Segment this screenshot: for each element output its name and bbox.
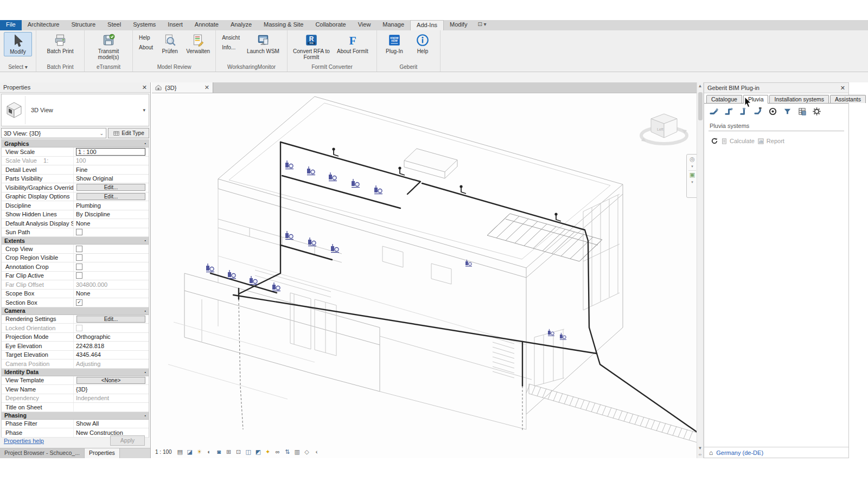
ribbon-tab-insert[interactable]: Insert: [162, 20, 189, 30]
ribbon-button-ansicht[interactable]: Ansicht: [222, 35, 240, 41]
chevron-down-icon[interactable]: ▾: [691, 163, 693, 169]
value-text[interactable]: Independent: [76, 395, 109, 401]
properties-help-link[interactable]: Properties help: [4, 438, 44, 444]
type-selector[interactable]: 3D View ▾: [1, 94, 149, 126]
section-header-phasing[interactable]: Phasing▪: [2, 412, 149, 420]
worksharing-display-icon[interactable]: ⇅: [284, 448, 291, 455]
apply-button[interactable]: Apply: [110, 435, 145, 446]
pipe-settings-icon[interactable]: [812, 107, 821, 116]
ribbon-button-pr-fen[interactable]: Prüfen: [156, 32, 183, 55]
section-collapse-icon[interactable]: ▪: [145, 414, 146, 418]
locale-link[interactable]: Germany (de-DE): [716, 450, 763, 456]
value-text[interactable]: Orthographic: [76, 333, 111, 340]
calculate-button[interactable]: Calculate: [721, 138, 755, 145]
sun-path-icon[interactable]: ☀: [196, 448, 203, 455]
ribbon-tab-file[interactable]: File: [0, 20, 22, 30]
checkbox-crop-view[interactable]: [76, 246, 82, 252]
viewcube[interactable]: Left: [639, 106, 689, 154]
edit-button[interactable]: Edit...: [76, 193, 145, 200]
value-text[interactable]: 4345.464: [76, 351, 101, 358]
roof-drain-icon[interactable]: [768, 107, 777, 116]
pipe-bend-45-icon[interactable]: [710, 107, 719, 116]
ribbon-tab-massing-site[interactable]: Massing & Site: [258, 20, 309, 30]
ribbon-display-toggle-icon[interactable]: ⊡ ▾: [473, 20, 490, 30]
ribbon-tab-manage[interactable]: Manage: [376, 20, 410, 30]
checkbox-far-clip-active[interactable]: [76, 272, 82, 279]
chevron-down-icon[interactable]: ▾: [691, 179, 693, 185]
refresh-icon[interactable]: [711, 137, 718, 145]
ribbon-button-launch-wsm[interactable]: Launch WSM: [243, 32, 283, 55]
ribbon-button-info[interactable]: Info...: [222, 44, 240, 50]
close-icon[interactable]: ✕: [840, 85, 845, 92]
value-text[interactable]: 304800.000: [76, 281, 107, 288]
zoom-tool-icon[interactable]: ▣: [690, 172, 695, 178]
close-icon[interactable]: ✕: [205, 84, 209, 91]
edit-type-button[interactable]: Edit Type: [108, 128, 149, 138]
value-text[interactable]: 100: [76, 157, 86, 164]
edit-button[interactable]: <None>: [76, 377, 145, 384]
edit-button[interactable]: Edit...: [76, 316, 145, 323]
view-scale-label[interactable]: 1 : 100: [155, 449, 172, 455]
drawing-area[interactable]: {3D} ✕: [152, 82, 697, 458]
ribbon-button-about-formit[interactable]: FAbout FormIt: [333, 32, 373, 55]
pipe-branch-icon[interactable]: [739, 107, 748, 116]
scroll-corner-icon[interactable]: ‹›: [697, 452, 703, 457]
section-header-identity-data[interactable]: Identity Data▪: [2, 369, 149, 376]
crop-region-icon[interactable]: ⊡: [235, 448, 242, 455]
checkbox-sun-path[interactable]: [76, 229, 82, 235]
tab-scroll-left-icon[interactable]: ‹: [313, 448, 321, 455]
visual-style-icon[interactable]: ◪: [186, 448, 194, 455]
value-text[interactable]: {3D}: [76, 386, 87, 393]
crop-view-icon[interactable]: ⊞: [225, 448, 233, 455]
funnel-outlet-icon[interactable]: [783, 107, 792, 116]
ribbon-tab-architecture[interactable]: Architecture: [22, 20, 66, 30]
canvas-scrollbar[interactable]: ▲ ▼ ‹›: [697, 82, 704, 458]
close-icon[interactable]: ✕: [142, 84, 147, 91]
section-collapse-icon[interactable]: ▪: [145, 142, 146, 145]
checkbox-section-box[interactable]: ✓: [76, 299, 82, 306]
ribbon-button-help[interactable]: Help: [139, 35, 153, 41]
ribbon-button-transmit-model-s[interactable]: Transmit model(s): [88, 32, 129, 61]
scrollbar-thumb[interactable]: [698, 92, 703, 120]
report-button[interactable]: Report: [757, 138, 784, 145]
value-text[interactable]: Plumbing: [76, 202, 101, 209]
section-header-camera[interactable]: Camera▪: [2, 307, 149, 315]
ribbon-tab-modify[interactable]: Modify: [444, 20, 473, 30]
value-text[interactable]: Show All: [76, 420, 99, 427]
ribbon-tab-steel[interactable]: Steel: [101, 20, 127, 30]
steering-wheel-icon[interactable]: ◎: [690, 156, 695, 162]
chevron-down-icon[interactable]: ▾: [143, 107, 149, 113]
ribbon-button-about[interactable]: About: [139, 44, 153, 50]
value-text[interactable]: None: [76, 290, 90, 297]
ribbon-button-batch-print[interactable]: Batch Print: [40, 32, 80, 55]
value-input[interactable]: 1 : 100: [76, 148, 145, 156]
rendering-dialog-icon[interactable]: ◙: [215, 448, 223, 455]
hide-isolate-icon[interactable]: ◩: [254, 448, 262, 455]
ribbon-tab-view[interactable]: View: [352, 20, 377, 30]
pipe-crossing-icon[interactable]: [754, 107, 763, 116]
value-text[interactable]: 22428.818: [76, 343, 104, 349]
ribbon-tab-annotate[interactable]: Annotate: [189, 20, 225, 30]
section-collapse-icon[interactable]: ▪: [145, 309, 146, 313]
checkbox-annotation-crop[interactable]: [76, 264, 82, 270]
ribbon-tab-systems[interactable]: Systems: [127, 20, 162, 30]
ribbon-tab-collaborate[interactable]: Collaborate: [309, 20, 352, 30]
section-collapse-icon[interactable]: ▪: [145, 239, 146, 242]
shadows-icon[interactable]: ◐: [206, 448, 213, 455]
ribbon-tab-structure[interactable]: Structure: [65, 20, 101, 30]
lock-view-icon[interactable]: ◫: [245, 448, 252, 455]
view-select-dropdown[interactable]: 3D View: {3D} ⌄: [1, 128, 106, 138]
geberit-tab-catalogue[interactable]: Catalogue: [706, 95, 742, 103]
section-header-graphics[interactable]: Graphics▪: [2, 140, 149, 147]
reveal-hidden-icon[interactable]: ✦: [264, 448, 272, 455]
value-text[interactable]: New Construction: [76, 429, 123, 436]
panel-tab-project-browser-schueco[interactable]: Project Browser - Schueco_...: [0, 448, 85, 458]
checkbox-crop-region-visible[interactable]: [76, 254, 82, 261]
ribbon-button-help[interactable]: Help: [409, 32, 436, 55]
ribbon-button-convert-rfa-to-formit[interactable]: RRFAConvert RFA to FormIt: [291, 32, 331, 61]
section-header-extents[interactable]: Extents▪: [2, 237, 149, 245]
ribbon-tab-add-ins[interactable]: Add-Ins: [410, 20, 444, 30]
ribbon-button-plug-in[interactable]: KNOWHOWPlug-In: [381, 32, 408, 55]
value-text[interactable]: Show Original: [76, 175, 113, 182]
value-text[interactable]: Fine: [76, 166, 87, 173]
